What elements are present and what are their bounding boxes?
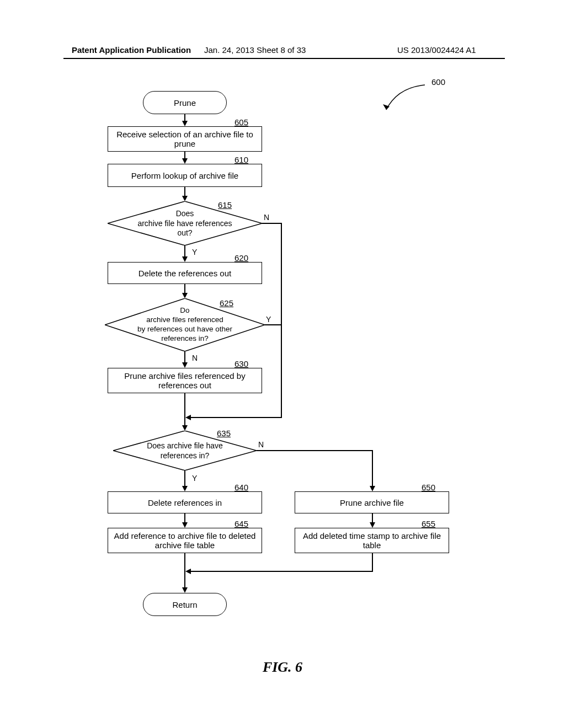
- process-630-text: Prune archive files referenced by refere…: [113, 371, 257, 390]
- header-rule: [63, 58, 505, 59]
- ref-615: 615: [218, 200, 232, 210]
- arrow-head-icon: [182, 486, 188, 491]
- ref-620: 620: [234, 253, 248, 263]
- arrow: [184, 351, 185, 363]
- figure-caption: FIG. 6: [0, 659, 565, 676]
- arrow: [372, 553, 373, 572]
- label-n: N: [192, 354, 198, 362]
- ref-640: 640: [234, 483, 248, 492]
- process-655: Add deleted time stamp to archive file t…: [295, 528, 449, 553]
- arrow: [184, 245, 185, 258]
- ref-645: 645: [234, 519, 248, 528]
- arrow: [184, 470, 185, 487]
- label-y: Y: [192, 248, 197, 256]
- process-620-text: Delete the references out: [138, 269, 231, 278]
- ref-650: 650: [422, 483, 435, 492]
- d615-l3: out?: [177, 228, 192, 237]
- header-center: Jan. 24, 2013 Sheet 8 of 33: [204, 45, 306, 55]
- label-y: Y: [192, 474, 197, 483]
- d625-l1: Do: [180, 306, 189, 314]
- process-645: Add reference to archive file to deleted…: [108, 528, 262, 553]
- process-640: Delete references in: [108, 491, 262, 513]
- arrow: [281, 223, 282, 418]
- header-left: Patent Application Publication: [72, 45, 191, 55]
- d635-l1: Does archive file have: [147, 441, 223, 450]
- ref-600: 600: [431, 77, 445, 87]
- process-645-text: Add reference to archive file to deleted…: [113, 531, 257, 550]
- label-n: N: [264, 213, 269, 222]
- arrow-head-icon: [370, 522, 375, 528]
- terminal-start: Prune: [143, 91, 227, 114]
- decision-615: Does archive file have references out?: [108, 201, 262, 245]
- d625-l4: references in?: [161, 334, 209, 342]
- process-630: Prune archive files referenced by refere…: [108, 368, 262, 393]
- process-640-text: Delete references in: [148, 498, 222, 507]
- arrow-head-icon: [370, 486, 375, 491]
- arrow: [257, 450, 373, 451]
- arrow-head-icon: [182, 425, 188, 431]
- process-650: Prune archive file: [295, 491, 449, 513]
- terminal-return: Return: [143, 593, 227, 616]
- header-right: US 2013/0024424 A1: [397, 45, 476, 55]
- ref-655: 655: [422, 519, 435, 528]
- arrow-head-icon: [182, 256, 188, 262]
- arrow: [190, 571, 373, 572]
- ref-635: 635: [217, 429, 231, 438]
- arrow: [190, 417, 282, 418]
- arrow-head-icon: [182, 522, 188, 528]
- terminal-start-text: Prune: [174, 98, 196, 108]
- arrow-head-icon: [185, 415, 191, 420]
- process-610: Perform lookup of archive file: [108, 164, 262, 187]
- arrow: [262, 223, 282, 224]
- arrow-head-icon: [182, 587, 188, 593]
- d615-l2: archive file have references: [137, 218, 232, 227]
- ref-600-pointer: [381, 82, 430, 117]
- process-605-text: Receive selection of an archive file to …: [113, 130, 257, 148]
- terminal-return-text: Return: [172, 600, 197, 609]
- arrow: [372, 450, 373, 487]
- arrow: [265, 324, 282, 325]
- ref-625: 625: [220, 298, 233, 308]
- process-605: Receive selection of an archive file to …: [108, 126, 262, 152]
- arrow-head-icon: [182, 196, 188, 201]
- ref-605: 605: [234, 117, 248, 127]
- ref-610: 610: [234, 155, 248, 164]
- arrow: [184, 393, 185, 426]
- process-610-text: Perform lookup of archive file: [131, 171, 238, 180]
- flowchart: 600 Prune Receive selection of an archiv…: [0, 85, 565, 692]
- arrow-head-icon: [182, 158, 188, 164]
- label-y: Y: [266, 315, 271, 324]
- d635-l2: references in?: [161, 451, 210, 459]
- decision-625: Do archive files referenced by reference…: [105, 298, 265, 351]
- decision-635: Does archive file have references in?: [113, 431, 257, 470]
- process-620: Delete the references out: [108, 262, 262, 284]
- arrow-head-icon: [182, 293, 188, 298]
- d625-l3: by references out have other: [137, 325, 232, 333]
- arrow-head-icon: [185, 569, 191, 574]
- arrow-head-icon: [182, 362, 188, 368]
- page-header: Patent Application Publication Jan. 24, …: [0, 45, 565, 55]
- process-650-text: Prune archive file: [340, 498, 404, 507]
- ref-630: 630: [234, 359, 248, 368]
- d615-l1: Does: [176, 209, 194, 218]
- label-n: N: [258, 440, 264, 449]
- process-655-text: Add deleted time stamp to archive file t…: [300, 531, 444, 550]
- arrow-head-icon: [182, 121, 188, 126]
- d625-l2: archive files referenced: [146, 315, 223, 324]
